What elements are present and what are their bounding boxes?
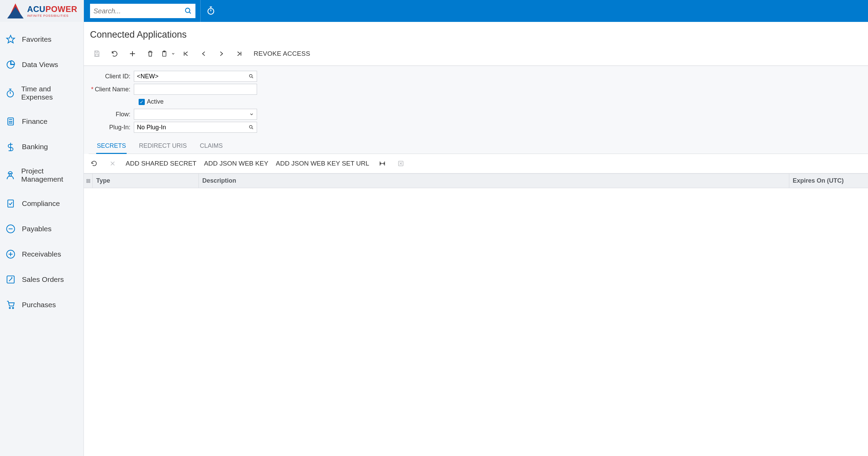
- svg-point-19: [10, 123, 11, 123]
- client-name-label: *Client Name:: [89, 86, 134, 93]
- sidebar-item-label: Favorites: [22, 35, 51, 43]
- export-excel-button: [395, 158, 406, 169]
- svg-point-17: [12, 121, 12, 121]
- sidebar-item-label: Project Management: [21, 167, 78, 183]
- add-shared-secret-button[interactable]: ADD SHARED SECRET: [126, 160, 196, 167]
- sidebar-item-sales-orders[interactable]: Sales Orders: [0, 267, 84, 292]
- svg-rect-56: [89, 181, 90, 183]
- svg-rect-33: [95, 51, 98, 53]
- search-box[interactable]: [90, 4, 195, 18]
- svg-point-41: [250, 75, 252, 77]
- tab-redirect-uris[interactable]: REDIRECT URIS: [138, 140, 188, 154]
- sidebar-item-time-expenses[interactable]: Time and Expenses: [0, 77, 84, 109]
- column-header-type[interactable]: Type: [93, 174, 199, 188]
- sidebar-item-compliance[interactable]: Compliance: [0, 191, 84, 216]
- toolbar: REVOKE ACCESS: [84, 44, 868, 66]
- sidebar-item-payables[interactable]: Payables: [0, 216, 84, 242]
- nav-first-button[interactable]: [177, 48, 195, 60]
- flow-field[interactable]: [134, 109, 257, 120]
- brand-tagline: INFINITE POSSIBILITIES: [27, 14, 77, 17]
- row-selector-header[interactable]: [84, 174, 93, 188]
- client-id-input[interactable]: [137, 73, 248, 80]
- svg-point-31: [9, 308, 11, 309]
- dollar-icon: [5, 142, 16, 152]
- svg-point-18: [9, 123, 10, 123]
- top-bar: ACUPOWER INFINITE POSSIBILITIES: [0, 0, 868, 22]
- sidebar-item-label: Receivables: [22, 250, 61, 258]
- svg-line-44: [252, 128, 253, 129]
- sidebar-item-data-views[interactable]: Data Views: [0, 52, 84, 77]
- client-name-input[interactable]: [137, 86, 254, 93]
- pie-chart-icon: [5, 60, 16, 70]
- flow-input[interactable]: [137, 111, 249, 118]
- chevron-down-icon[interactable]: [249, 112, 254, 117]
- plugin-input[interactable]: [137, 124, 248, 131]
- sidebar-item-label: Payables: [22, 225, 51, 233]
- plus-circle-icon: [5, 249, 16, 259]
- svg-point-43: [250, 126, 252, 128]
- revoke-access-button[interactable]: REVOKE ACCESS: [248, 50, 316, 57]
- lookup-icon[interactable]: [248, 74, 254, 79]
- pencil-square-icon: [5, 274, 16, 285]
- svg-rect-54: [89, 179, 90, 181]
- tab-secrets[interactable]: SECRETS: [96, 140, 127, 154]
- lookup-icon[interactable]: [248, 125, 254, 130]
- cart-icon: [5, 300, 16, 310]
- svg-rect-53: [87, 179, 88, 181]
- brand-text-2: POWER: [46, 4, 77, 14]
- clock-button[interactable]: [201, 0, 221, 22]
- document-check-icon: [5, 198, 16, 209]
- sidebar-item-label: Sales Orders: [22, 275, 64, 284]
- chevron-down-icon[interactable]: [171, 52, 175, 56]
- sidebar-item-label: Time and Expenses: [21, 85, 78, 101]
- column-header-expires[interactable]: Expires On (UTC): [789, 174, 868, 188]
- nav-next-button[interactable]: [213, 48, 230, 60]
- svg-line-3: [189, 12, 191, 14]
- nav-last-button[interactable]: [230, 48, 248, 60]
- svg-point-16: [10, 121, 11, 121]
- search-icon[interactable]: [184, 7, 192, 15]
- nav-prev-button[interactable]: [195, 48, 213, 60]
- star-icon: [5, 34, 16, 44]
- add-json-web-key-set-url-button[interactable]: ADD JSON WEB KEY SET URL: [276, 160, 369, 167]
- search-input[interactable]: [93, 7, 184, 15]
- delete-row-button: [107, 158, 118, 169]
- tab-claims[interactable]: CLAIMS: [199, 140, 224, 154]
- save-button: [88, 48, 106, 60]
- client-id-field[interactable]: [134, 71, 257, 82]
- sidebar-item-favorites[interactable]: Favorites: [0, 27, 84, 52]
- svg-marker-1: [7, 7, 24, 18]
- svg-line-42: [252, 77, 253, 78]
- active-checkbox[interactable]: ✓: [139, 99, 145, 105]
- plugin-field[interactable]: [134, 122, 257, 133]
- sidebar-item-label: Finance: [22, 117, 48, 126]
- column-header-description[interactable]: Description: [199, 174, 789, 188]
- fit-columns-button[interactable]: [377, 158, 388, 169]
- client-name-field[interactable]: [134, 84, 257, 95]
- tabs: SECRETS REDIRECT URIS CLAIMS: [89, 135, 868, 154]
- delete-button[interactable]: [141, 48, 159, 60]
- stopwatch-icon: [5, 88, 15, 98]
- svg-point-2: [186, 8, 190, 13]
- brand-logo[interactable]: ACUPOWER INFINITE POSSIBILITIES: [0, 0, 84, 22]
- sidebar-item-purchases[interactable]: Purchases: [0, 292, 84, 317]
- sidebar-item-finance[interactable]: Finance: [0, 109, 84, 134]
- sidebar-item-label: Data Views: [22, 61, 58, 69]
- flow-label: Flow:: [89, 111, 134, 118]
- form-area: Client ID: *Client Name: ✓ Active Flow:: [84, 66, 868, 154]
- svg-rect-55: [87, 181, 88, 183]
- logo-mark-icon: [7, 3, 24, 19]
- sidebar: Favorites Data Views Time and Expenses F…: [0, 22, 84, 456]
- main-content: Connected Applications REVOKE ACCESS Cli…: [84, 22, 868, 456]
- undo-button[interactable]: [106, 48, 124, 60]
- sub-toolbar: ADD SHARED SECRET ADD JSON WEB KEY ADD J…: [84, 154, 868, 173]
- sidebar-item-project-mgmt[interactable]: Project Management: [0, 159, 84, 191]
- worker-icon: [5, 170, 15, 180]
- clipboard-button[interactable]: [159, 48, 177, 60]
- sidebar-item-banking[interactable]: Banking: [0, 134, 84, 159]
- add-json-web-key-button[interactable]: ADD JSON WEB KEY: [204, 160, 268, 167]
- refresh-button[interactable]: [89, 158, 100, 169]
- sidebar-item-receivables[interactable]: Receivables: [0, 242, 84, 267]
- add-button[interactable]: [124, 48, 141, 60]
- svg-rect-34: [95, 54, 98, 56]
